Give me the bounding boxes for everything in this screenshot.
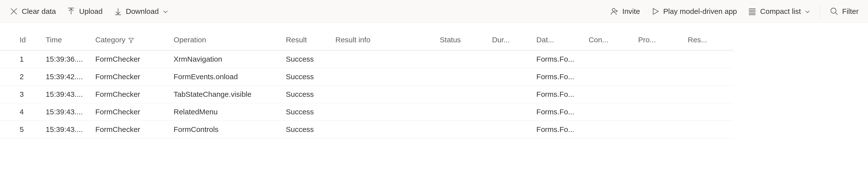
cell-id: 5 bbox=[16, 121, 42, 139]
column-header-duration[interactable]: Dur... bbox=[488, 23, 532, 50]
column-header-select[interactable] bbox=[0, 23, 16, 50]
cell-time: 15:39:43.... bbox=[42, 103, 91, 121]
play-button[interactable]: Play model-driven app bbox=[647, 4, 742, 18]
cell-select bbox=[0, 103, 16, 121]
filter-label: Filter bbox=[842, 7, 859, 16]
cell-status bbox=[436, 68, 488, 86]
upload-button[interactable]: Upload bbox=[62, 4, 107, 18]
svg-point-1 bbox=[831, 8, 836, 13]
column-header-con[interactable]: Con... bbox=[585, 23, 634, 50]
compact-list-button[interactable]: Compact list bbox=[743, 4, 815, 18]
cell-category: FormChecker bbox=[91, 121, 169, 139]
cell-result-info bbox=[331, 103, 436, 121]
column-label: Status bbox=[440, 36, 461, 44]
cell-category: FormChecker bbox=[91, 50, 169, 68]
column-label: Result bbox=[286, 36, 307, 44]
table-row[interactable]: 215:39:42....FormCheckerFormEvents.onloa… bbox=[0, 68, 734, 86]
cell-operation: FormControls bbox=[169, 121, 282, 139]
invite-person-icon bbox=[610, 7, 619, 16]
column-header-result-info[interactable]: Result info bbox=[331, 23, 436, 50]
compact-list-label: Compact list bbox=[760, 7, 801, 16]
cell-status bbox=[436, 86, 488, 103]
column-label: Dur... bbox=[492, 36, 510, 44]
cell-select bbox=[0, 86, 16, 103]
table-row[interactable]: 515:39:43....FormCheckerFormControlsSucc… bbox=[0, 121, 734, 139]
cell-data: Forms.Fo... bbox=[532, 103, 585, 121]
column-label: Result info bbox=[335, 36, 370, 44]
cell-con bbox=[585, 68, 634, 86]
download-label: Download bbox=[126, 7, 159, 16]
column-label: Time bbox=[46, 36, 62, 44]
cell-result-info bbox=[331, 68, 436, 86]
cell-data: Forms.Fo... bbox=[532, 121, 585, 139]
column-label: Dat... bbox=[536, 36, 554, 44]
invite-button[interactable]: Invite bbox=[606, 4, 645, 18]
cell-time: 15:39:42.... bbox=[42, 68, 91, 86]
cell-pro bbox=[634, 86, 684, 103]
cell-result-info bbox=[331, 50, 436, 68]
cell-res bbox=[684, 50, 734, 68]
cell-res bbox=[684, 103, 734, 121]
column-label: Res... bbox=[688, 36, 707, 44]
column-header-id[interactable]: Id bbox=[16, 23, 42, 50]
cell-select bbox=[0, 50, 16, 68]
column-label: Con... bbox=[588, 36, 608, 44]
cell-result-info bbox=[331, 86, 436, 103]
cell-con bbox=[585, 86, 634, 103]
clear-data-label: Clear data bbox=[22, 7, 56, 16]
invite-label: Invite bbox=[622, 7, 640, 16]
column-label: Id bbox=[20, 36, 26, 44]
cell-result: Success bbox=[282, 68, 331, 86]
column-label: Category bbox=[95, 36, 125, 44]
filter-icon bbox=[128, 36, 134, 43]
cell-data: Forms.Fo... bbox=[532, 86, 585, 103]
upload-label: Upload bbox=[79, 7, 102, 16]
cell-id: 4 bbox=[16, 103, 42, 121]
toolbar-separator bbox=[820, 4, 820, 18]
cell-pro bbox=[634, 121, 684, 139]
cell-select bbox=[0, 121, 16, 139]
monitor-table: Id Time Category Operation Result Result… bbox=[0, 23, 734, 139]
cell-time: 15:39:43.... bbox=[42, 86, 91, 103]
cell-res bbox=[684, 121, 734, 139]
filter-button[interactable]: Filter bbox=[825, 4, 863, 18]
column-header-pro[interactable]: Pro... bbox=[634, 23, 684, 50]
cell-data: Forms.Fo... bbox=[532, 50, 585, 68]
cell-result: Success bbox=[282, 121, 331, 139]
cell-duration bbox=[488, 103, 532, 121]
cell-duration bbox=[488, 86, 532, 103]
search-icon bbox=[830, 7, 839, 16]
column-header-operation[interactable]: Operation bbox=[169, 23, 282, 50]
table-row[interactable]: 415:39:43....FormCheckerRelatedMenuSucce… bbox=[0, 103, 734, 121]
cell-res bbox=[684, 68, 734, 86]
table-row[interactable]: 315:39:43....FormCheckerTabStateChange.v… bbox=[0, 86, 734, 103]
command-bar: Clear data Upload Download Invite bbox=[0, 0, 868, 23]
download-icon bbox=[114, 7, 122, 16]
cell-operation: XrmNavigation bbox=[169, 50, 282, 68]
cell-id: 1 bbox=[16, 50, 42, 68]
column-header-status[interactable]: Status bbox=[436, 23, 488, 50]
column-header-data[interactable]: Dat... bbox=[532, 23, 585, 50]
cell-result: Success bbox=[282, 103, 331, 121]
cell-res bbox=[684, 86, 734, 103]
column-header-category[interactable]: Category bbox=[91, 23, 169, 50]
cell-result-info bbox=[331, 121, 436, 139]
cell-pro bbox=[634, 68, 684, 86]
cell-pro bbox=[634, 103, 684, 121]
cell-result: Success bbox=[282, 86, 331, 103]
column-header-result[interactable]: Result bbox=[282, 23, 331, 50]
download-button[interactable]: Download bbox=[109, 4, 173, 18]
svg-point-0 bbox=[612, 8, 615, 11]
cell-category: FormChecker bbox=[91, 103, 169, 121]
cell-data: Forms.Fo... bbox=[532, 68, 585, 86]
cell-operation: RelatedMenu bbox=[169, 103, 282, 121]
data-grid: Id Time Category Operation Result Result… bbox=[0, 23, 734, 139]
column-header-time[interactable]: Time bbox=[42, 23, 91, 50]
command-bar-right: Invite Play model-driven app Compact lis… bbox=[606, 4, 863, 18]
cell-duration bbox=[488, 121, 532, 139]
table-row[interactable]: 115:39:36....FormCheckerXrmNavigationSuc… bbox=[0, 50, 734, 68]
upload-icon bbox=[67, 7, 75, 16]
cell-con bbox=[585, 50, 634, 68]
clear-data-button[interactable]: Clear data bbox=[5, 4, 60, 18]
column-header-res[interactable]: Res... bbox=[684, 23, 734, 50]
